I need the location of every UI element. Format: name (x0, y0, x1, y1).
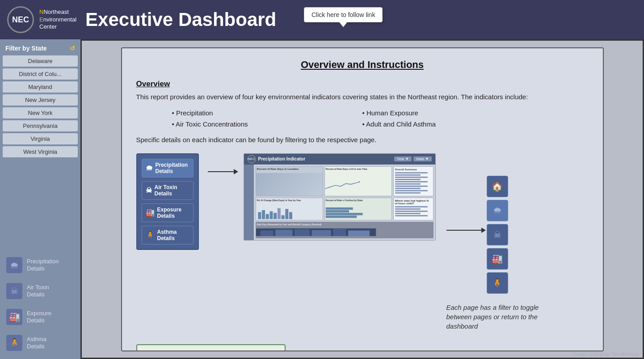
main-layout: Filter by State ↺ DelawareDistrict of Co… (0, 39, 644, 359)
nav-item-label: PrecipitationDetails (27, 258, 59, 272)
preview-logo: NEC (248, 155, 256, 163)
close-instructions-button[interactable]: Click Anywhere to Close Instructions (136, 344, 286, 351)
nav-panel-btn[interactable]: 🏭ExposureDetails (142, 203, 194, 222)
svg-rect-2 (262, 210, 265, 219)
modal-overlay[interactable]: Overview and Instructions Overview This … (82, 41, 643, 358)
filter-header: Filter by State ↺ (3, 43, 78, 55)
right-icon-btn[interactable]: ☠ (487, 224, 508, 245)
nav-panel-btn-icon: 🏭 (146, 208, 155, 217)
nav-panel-btn-icon: 🧍 (146, 231, 155, 239)
indicators-grid: PrecipitationHuman ExposureAir Toxic Con… (172, 108, 553, 129)
nav-item-label: AsthmaDetails (27, 336, 46, 350)
preview-map-chart: Percent of Rain Days in Location (256, 166, 323, 196)
indicator-item: Air Toxic Concentrations (172, 119, 362, 129)
svg-rect-17 (295, 229, 310, 236)
tooltip-label: Click here to follow link (311, 11, 375, 18)
sidebar-nav-item[interactable]: ☠ Air ToxinDetails (3, 279, 78, 304)
state-buttons-container: DelawareDistrict of Colu...MarylandNew J… (3, 55, 78, 159)
sidebar-nav-item[interactable]: 🏭 ExposureDetails (3, 304, 78, 329)
right-icon-column: 🏠🌧☠🏭🧍 (487, 176, 508, 294)
svg-rect-12 (325, 207, 353, 210)
right-icon-btn[interactable]: 🌧 (487, 200, 508, 221)
preview-bottom-chart: Rain Days Measured by Year and Rainfall … (256, 222, 434, 238)
nav-panel-btn-label: AsthmaDetails (157, 229, 177, 241)
close-instructions-container: Click Anywhere to Close Instructions (136, 340, 589, 351)
nav-panel-btn-icon: 🌧 (146, 164, 153, 172)
svg-rect-4 (269, 211, 273, 219)
content-area: Overview and Instructions Overview This … (80, 39, 644, 359)
preview-year-control: Year ▼ (394, 156, 411, 161)
right-icon-btn[interactable]: 🧍 (487, 272, 508, 294)
state-filter-btn[interactable]: West Virginia (3, 146, 78, 157)
svg-rect-15 (260, 230, 273, 236)
svg-rect-16 (275, 229, 292, 236)
preview-controls: Year ▼ State ▼ (394, 156, 431, 161)
preview-header: NEC Precipitation Indicator Year ▼ State… (244, 154, 435, 165)
nav-item-icon: 🌧 (6, 257, 22, 273)
svg-point-0 (359, 181, 360, 182)
arrow-section (199, 171, 244, 172)
svg-rect-9 (289, 212, 292, 220)
tooltip-bubble[interactable]: Click here to follow link (304, 7, 383, 22)
preview-body: Percent of Rain Days in Location Percent… (244, 165, 435, 240)
preview-row-2: Pct % Change (Rain Days) in Year by Year (256, 198, 434, 221)
state-filter-btn[interactable]: Virginia (3, 133, 78, 144)
indicator-item: Precipitation (172, 108, 362, 118)
page-note: Each page has a filter to toggle between… (446, 303, 545, 331)
svg-rect-8 (285, 209, 288, 220)
state-filter-btn[interactable]: Pennsylvania (3, 120, 78, 131)
nav-item-icon: 🧍 (6, 335, 22, 351)
state-filter-btn[interactable]: District of Colu... (3, 68, 78, 80)
state-filter-btn[interactable]: Delaware (3, 55, 78, 67)
dashboard-title: Executive Dashboard (85, 9, 276, 30)
indicator-item: Adult and Child Asthma (362, 119, 553, 129)
right-section: 🏠🌧☠🏭🧍 Each page has a filter to toggle b… (446, 176, 545, 331)
nav-item-icon: ☠ (6, 283, 22, 299)
state-filter-btn[interactable]: New York (3, 107, 78, 118)
svg-rect-11 (325, 216, 357, 218)
sidebar-nav-item[interactable]: 🧍 AsthmaDetails (3, 330, 78, 355)
svg-rect-6 (277, 208, 280, 219)
svg-rect-3 (265, 214, 269, 219)
nav-item-label: ExposureDetails (27, 310, 51, 324)
nav-panel-btn[interactable]: 🧍AsthmaDetails (142, 226, 194, 245)
nav-panel-btn[interactable]: ☠Air ToxinDetails (142, 181, 194, 200)
modal-box: Overview and Instructions Overview This … (121, 47, 604, 351)
arrow-to-preview (208, 171, 235, 172)
right-icon-btn[interactable]: 🏠 (487, 176, 508, 197)
right-icon-btn[interactable]: 🏭 (487, 248, 508, 270)
sidebar-nav-items: 🌧 PrecipitationDetails ☠ Air ToxinDetail… (3, 253, 78, 355)
diagram-section: 🌧PrecipitationDetails☠Air ToxinDetails🏭E… (136, 153, 589, 331)
preview-main: Percent of Rain Days in Location Percent… (254, 165, 435, 240)
refresh-icon[interactable]: ↺ (70, 45, 75, 52)
indicator-item: Human Exposure (362, 108, 553, 118)
state-filter-btn[interactable]: Maryland (3, 81, 78, 93)
nav-buttons-panel: 🌧PrecipitationDetails☠Air ToxinDetails🏭E… (136, 153, 199, 250)
overview-heading: Overview (136, 80, 589, 89)
app-header: NEC NNortheast Environmental Center Exec… (0, 0, 644, 39)
nav-panel-btn-label: Air ToxinDetails (155, 184, 177, 197)
svg-rect-10 (325, 213, 362, 215)
nav-panel-btn-label: ExposureDetails (157, 207, 182, 219)
svg-rect-13 (325, 210, 349, 212)
specific-text: Specific details on each indicator can b… (136, 135, 589, 145)
nav-panel-btn-icon: ☠ (146, 186, 152, 194)
nav-item-icon: 🏭 (6, 309, 22, 325)
nav-panel-btn[interactable]: 🌧PrecipitationDetails (142, 159, 194, 177)
preview-sidebar (244, 165, 254, 240)
filter-label: Filter by State (5, 45, 47, 52)
svg-rect-19 (333, 228, 346, 236)
logo: NEC (7, 6, 34, 33)
svg-rect-18 (311, 230, 331, 236)
right-arrow (446, 230, 482, 231)
state-filter-btn[interactable]: New Jersey (3, 94, 78, 106)
preview-state-bar-chart: Percent of Rain ≥ 2 inches by State (324, 198, 392, 221)
sidebar-nav-item[interactable]: 🌧 PrecipitationDetails (3, 253, 78, 278)
modal-title: Overview and Instructions (136, 59, 589, 71)
screenshot-preview: NEC Precipitation Indicator Year ▼ State… (244, 153, 436, 241)
nav-panel-btn-label: PrecipitationDetails (156, 162, 188, 174)
svg-rect-5 (274, 213, 277, 220)
logo-text: NEC (12, 15, 29, 25)
preview-state-control: State ▼ (413, 156, 432, 161)
preview-bar-chart: Pct % Change (Rain Days) in Year by Year (256, 198, 323, 221)
